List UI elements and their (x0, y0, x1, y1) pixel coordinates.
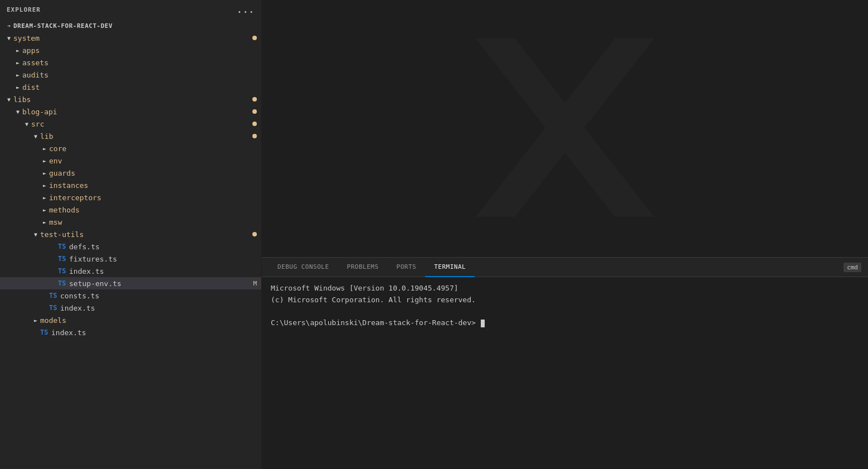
env-chevron-icon: ► (40, 158, 49, 164)
tree-item-instances[interactable]: ► instances (0, 179, 261, 191)
terminal-session-label[interactable]: cmd (843, 263, 861, 272)
env-label: env (49, 157, 261, 165)
root-chevron-icon: ➔ (4, 23, 13, 29)
tree-item-setup-env-ts[interactable]: TS setup-env.ts M (0, 277, 261, 289)
test-utils-badge (252, 232, 257, 236)
lib-badge (252, 134, 257, 138)
tree-item-index-ts-2[interactable]: TS index.ts (0, 302, 261, 314)
test-utils-label: test-utils (40, 230, 252, 239)
tree-item-index-ts[interactable]: TS index.ts (0, 265, 261, 277)
ts-file-icon: TS (58, 243, 67, 250)
more-actions-icon[interactable]: ... (237, 4, 255, 15)
methods-chevron-icon: ► (40, 207, 49, 213)
fixtures-ts-label: fixtures.ts (69, 255, 261, 263)
assets-chevron-icon: ► (13, 60, 22, 66)
ts-file-icon-index: TS (58, 267, 67, 275)
tree-item-env[interactable]: ► env (0, 154, 261, 167)
terminal-prompt-line: C:\Users\apolubinski\Dream-stack-for-Rea… (271, 317, 859, 329)
ts-file-icon-setup-env: TS (58, 279, 67, 287)
apps-label: apps (22, 46, 261, 55)
defs-ts-label: defs.ts (69, 243, 261, 251)
lib-label: lib (40, 132, 252, 141)
index-ts-label: index.ts (69, 267, 261, 275)
tab-problems[interactable]: PROBLEMS (338, 258, 388, 277)
main-area: DEBUG CONSOLE PROBLEMS PORTS TERMINAL cm… (262, 0, 868, 469)
setup-env-modified-badge: M (253, 280, 257, 287)
tree-item-libs[interactable]: ▼ libs (0, 93, 261, 105)
instances-label: instances (49, 181, 261, 190)
tree-item-src[interactable]: ▼ src (0, 118, 261, 130)
blog-api-badge (252, 109, 257, 114)
terminal-line-1: Microsoft Windows [Version 10.0.19045.49… (271, 283, 859, 294)
tree-item-lib[interactable]: ▼ lib (0, 130, 261, 142)
terminal-content[interactable]: Microsoft Windows [Version 10.0.19045.49… (262, 277, 868, 469)
tree-item-msw[interactable]: ► msw (0, 216, 261, 228)
editor-area (262, 0, 868, 257)
sidebar-header-icons: ... (237, 4, 255, 15)
explorer-tree: ➔ DREAM-STACK-FOR-REACT-DEV ▼ system ► a… (0, 20, 261, 469)
index-ts-3-label: index.ts (51, 328, 261, 337)
guards-label: guards (49, 169, 261, 177)
libs-label: libs (13, 95, 252, 104)
tree-item-methods[interactable]: ► methods (0, 204, 261, 216)
system-label: system (13, 34, 252, 42)
tree-item-test-utils[interactable]: ▼ test-utils (0, 228, 261, 240)
src-label: src (31, 120, 252, 128)
system-chevron-icon: ▼ (4, 35, 13, 41)
libs-chevron-icon: ▼ (4, 96, 13, 103)
msw-chevron-icon: ► (40, 219, 49, 225)
interceptors-chevron-icon: ► (40, 195, 49, 201)
tree-item-fixtures-ts[interactable]: TS fixtures.ts (0, 253, 261, 265)
blog-api-label: blog-api (22, 108, 252, 116)
system-badge (252, 36, 257, 40)
tree-item-consts-ts[interactable]: TS consts.ts (0, 289, 261, 302)
tab-ports[interactable]: PORTS (388, 258, 426, 277)
core-label: core (49, 144, 261, 153)
index-ts-2-label: index.ts (60, 304, 261, 312)
nx-logo (453, 16, 676, 241)
libs-badge (252, 97, 257, 101)
dist-label: dist (22, 83, 261, 91)
tree-item-audits[interactable]: ► audits (0, 69, 261, 81)
assets-label: assets (22, 59, 261, 67)
ts-file-icon-fixtures: TS (58, 255, 67, 263)
tab-terminal[interactable]: TERMINAL (425, 258, 475, 277)
terminal-line-2: (c) Microsoft Corporation. All rights re… (271, 294, 859, 306)
tree-root-label[interactable]: ➔ DREAM-STACK-FOR-REACT-DEV (0, 20, 261, 32)
lib-chevron-icon: ▼ (31, 133, 40, 139)
tree-item-dist[interactable]: ► dist (0, 81, 261, 93)
test-utils-chevron-icon: ▼ (31, 231, 40, 238)
tree-item-models[interactable]: ► models (0, 314, 261, 326)
blog-api-chevron-icon: ▼ (13, 109, 22, 115)
tree-item-defs-ts[interactable]: TS defs.ts (0, 240, 261, 253)
terminal-label-icon: cmd (843, 264, 861, 271)
tree-item-blog-api[interactable]: ▼ blog-api (0, 105, 261, 118)
core-chevron-icon: ► (40, 146, 49, 152)
panel-tab-icons: cmd (843, 264, 861, 271)
setup-env-ts-label: setup-env.ts (69, 279, 253, 288)
ts-file-icon-index-2: TS (49, 304, 58, 312)
ts-file-icon-consts: TS (49, 292, 58, 299)
msw-label: msw (49, 218, 261, 226)
tree-item-assets[interactable]: ► assets (0, 56, 261, 69)
tree-item-interceptors[interactable]: ► interceptors (0, 191, 261, 204)
audits-chevron-icon: ► (13, 72, 22, 78)
bottom-panel: DEBUG CONSOLE PROBLEMS PORTS TERMINAL cm… (262, 257, 868, 469)
src-badge (252, 122, 257, 126)
tab-debug-console[interactable]: DEBUG CONSOLE (269, 258, 338, 277)
terminal-line-3 (271, 306, 859, 318)
tree-item-apps[interactable]: ► apps (0, 44, 261, 56)
ts-file-icon-index-3: TS (40, 328, 49, 336)
sidebar-header: Explorer ... (0, 0, 261, 20)
methods-label: methods (49, 206, 261, 214)
sidebar: Explorer ... ➔ DREAM-STACK-FOR-REACT-DEV… (0, 0, 262, 469)
apps-chevron-icon: ► (13, 47, 22, 54)
tree-item-index-ts-3[interactable]: TS index.ts (0, 326, 261, 339)
tree-item-system[interactable]: ▼ system (0, 32, 261, 44)
consts-ts-label: consts.ts (60, 292, 261, 300)
interceptors-label: interceptors (49, 194, 261, 202)
tree-item-core[interactable]: ► core (0, 142, 261, 154)
audits-label: audits (22, 71, 261, 79)
guards-chevron-icon: ► (40, 170, 49, 176)
tree-item-guards[interactable]: ► guards (0, 167, 261, 179)
